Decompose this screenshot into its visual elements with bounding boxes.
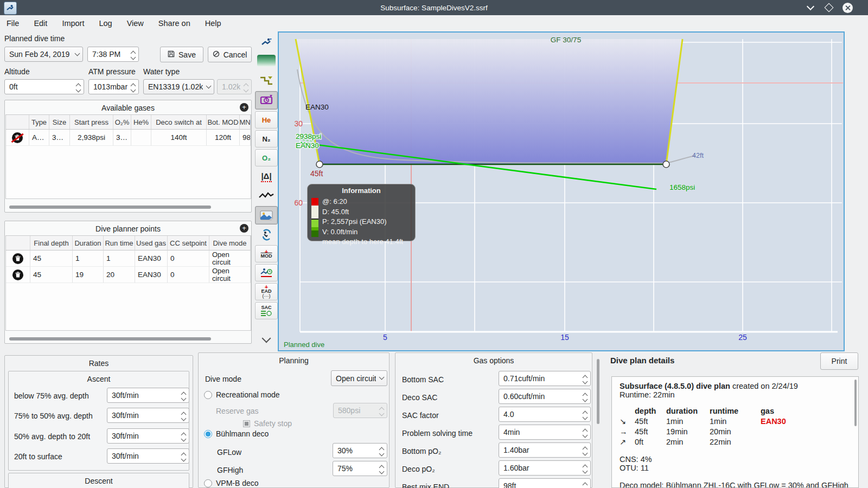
points-col-run-time[interactable]: Run time xyxy=(104,236,135,251)
bottom-sac-spinner[interactable]: 0.71cuft/min xyxy=(499,371,591,386)
gases-col-o2[interactable]: O₂% xyxy=(113,115,131,130)
dive-date-select[interactable]: Sun Feb 24, 2019 xyxy=(4,47,83,62)
diver-mode-icon[interactable] xyxy=(255,34,278,51)
points-col-final-depth[interactable]: Final depth xyxy=(30,236,73,251)
point-duration[interactable]: 1 xyxy=(73,251,104,267)
menu-view[interactable]: View xyxy=(127,19,144,28)
depth-shading-icon[interactable] xyxy=(255,52,278,69)
delete-gas-icon[interactable] xyxy=(12,132,23,143)
titlebar[interactable]: Subsurface: SampleDivesV2.ssrf xyxy=(0,0,868,15)
gflow-spinner[interactable]: 30% xyxy=(333,443,387,458)
ceiling-steps-icon[interactable] xyxy=(255,72,278,89)
waypoint-handle[interactable] xyxy=(663,161,669,168)
sac-icon[interactable]: SAC xyxy=(255,302,278,319)
gas-he[interactable] xyxy=(131,130,151,146)
point-final-depth[interactable]: 45 xyxy=(30,251,73,267)
cancel-button[interactable]: Cancel xyxy=(208,47,252,62)
he-graph-icon[interactable]: He xyxy=(255,111,278,129)
gfhigh-spinner[interactable]: 75% xyxy=(333,461,387,476)
deco-sac-spinner[interactable]: 0.60cuft/min xyxy=(499,389,591,404)
dive-time-spinner[interactable]: 7:38 PM xyxy=(87,47,139,62)
altitude-spinner[interactable]: 0ft xyxy=(4,79,84,94)
n2-graph-icon[interactable]: N₂ xyxy=(255,130,278,147)
point-final-depth[interactable]: 45 xyxy=(30,267,73,283)
points-col-cc-setpoint[interactable]: CC setpoint xyxy=(168,236,209,251)
heartrate-icon[interactable] xyxy=(255,187,278,204)
problem-solving-time-spinner[interactable]: 4min xyxy=(499,425,591,440)
save-button[interactable]: Save xyxy=(160,47,203,62)
gas-start-press[interactable]: 2,938psi xyxy=(70,130,113,146)
points-col-used-gas[interactable]: Used gas xyxy=(135,236,168,251)
planned-dive-tab[interactable]: Planned dive xyxy=(284,341,324,349)
point-used-gas[interactable]: EAN30 xyxy=(135,267,168,283)
o2-graph-icon[interactable]: O₂ xyxy=(255,149,278,166)
gas-type[interactable]: A… xyxy=(29,130,49,146)
notes-scrollbar[interactable] xyxy=(854,380,857,426)
menu-edit[interactable]: Edit xyxy=(34,19,47,28)
deco-po2-spinner[interactable]: 1.60bar xyxy=(499,460,591,476)
print-button[interactable]: Print xyxy=(820,352,858,370)
points-col-dive-mode[interactable]: Dive mode xyxy=(209,236,251,251)
gases-col-he[interactable]: He% xyxy=(131,115,151,130)
vpmb-deco-radio[interactable] xyxy=(204,479,212,487)
gas-deco-switch[interactable]: 140ft xyxy=(151,130,207,146)
ndl-icon[interactable] xyxy=(255,264,278,281)
best-mix-end-spinner[interactable]: 98ft xyxy=(499,478,591,488)
planner-point-row[interactable]: 45 1 1 EAN30 0 Open circuit xyxy=(6,251,251,267)
point-used-gas[interactable]: EAN30 xyxy=(135,251,168,267)
gases-horizontal-scrollbar[interactable] xyxy=(9,206,211,209)
bottom-panel-scrollbar[interactable] xyxy=(597,359,599,424)
dive-plan-notes[interactable]: Subsurface (4.8.5.0) dive plan created o… xyxy=(611,376,859,488)
menu-file[interactable]: File xyxy=(7,19,19,28)
mod-icon[interactable]: +MOD xyxy=(255,245,278,262)
gas-mnd[interactable]: 98f xyxy=(240,130,251,146)
menu-import[interactable]: Import xyxy=(62,19,84,28)
gas-size[interactable]: 3… xyxy=(49,130,70,146)
point-run-time[interactable]: 1 xyxy=(104,251,135,267)
add-gas-button[interactable]: + xyxy=(240,103,248,112)
atm-pressure-spinner[interactable]: 1013mbar xyxy=(88,79,139,94)
ead-icon[interactable]: +EAD(···) xyxy=(255,283,278,300)
menu-log[interactable]: Log xyxy=(99,19,112,28)
add-point-button[interactable]: + xyxy=(240,224,248,233)
gases-col-type[interactable]: Type xyxy=(29,115,49,130)
gas-o2[interactable]: 3… xyxy=(113,130,131,146)
ascent-rate-spinner[interactable]: 30ft/min xyxy=(107,388,189,403)
point-duration[interactable]: 19 xyxy=(73,267,104,283)
point-cc-setpoint[interactable]: 0 xyxy=(168,251,209,267)
delta-pressure-icon[interactable]: |Δ| xyxy=(255,168,278,185)
collapse-toolbar-icon[interactable] xyxy=(255,331,278,348)
minimize-button[interactable] xyxy=(805,2,816,13)
close-icon[interactable] xyxy=(842,2,853,13)
ascent-rate-spinner[interactable]: 30ft/min xyxy=(107,408,189,423)
points-horizontal-scrollbar[interactable] xyxy=(9,337,211,341)
delete-point-icon[interactable] xyxy=(12,269,23,280)
water-type-select[interactable]: EN13319 (1.02k xyxy=(143,79,214,94)
gas-bot-mod[interactable]: 120ft xyxy=(207,130,240,146)
dc-ceiling-icon[interactable] xyxy=(255,91,278,110)
information-tooltip[interactable]: Information @: 6:20 D: 45.0ft P: 2,557ps… xyxy=(307,184,416,241)
buhlmann-deco-radio[interactable] xyxy=(204,430,212,438)
gas-row[interactable]: A… 3… 2,938psi 3… 140ft 120ft 98f xyxy=(6,130,251,146)
tissues-icon[interactable] xyxy=(255,226,278,243)
gases-col-start-press[interactable]: Start press xyxy=(70,115,113,130)
point-cc-setpoint[interactable]: 0 xyxy=(168,267,209,283)
waypoint-handle[interactable] xyxy=(316,161,323,168)
point-run-time[interactable]: 20 xyxy=(104,267,135,283)
planner-point-row[interactable]: 45 19 20 EAN30 0 Open circuit xyxy=(6,267,251,283)
gases-col-bot-mod[interactable]: Bot. MOD xyxy=(207,115,240,130)
point-dive-mode[interactable]: Open circuit xyxy=(209,267,251,283)
delete-point-icon[interactable] xyxy=(12,253,23,264)
maximize-icon[interactable] xyxy=(824,2,834,13)
dive-mode-select[interactable]: Open circuit xyxy=(331,370,387,386)
menu-share-on[interactable]: Share on xyxy=(158,19,190,28)
sac-factor-spinner[interactable]: 4.0 xyxy=(499,407,591,422)
bottom-po2-spinner[interactable]: 1.40bar xyxy=(499,442,591,458)
menu-help[interactable]: Help xyxy=(205,19,221,28)
recreational-mode-radio[interactable] xyxy=(204,391,212,399)
gases-col-deco-switch[interactable]: Deco switch at xyxy=(151,115,207,130)
gases-col-size[interactable]: Size xyxy=(49,115,70,130)
ascent-rate-spinner[interactable]: 30ft/min xyxy=(107,428,189,444)
gases-col-mnd[interactable]: MN xyxy=(240,115,251,130)
ascent-rate-spinner[interactable]: 30ft/min xyxy=(107,448,189,464)
